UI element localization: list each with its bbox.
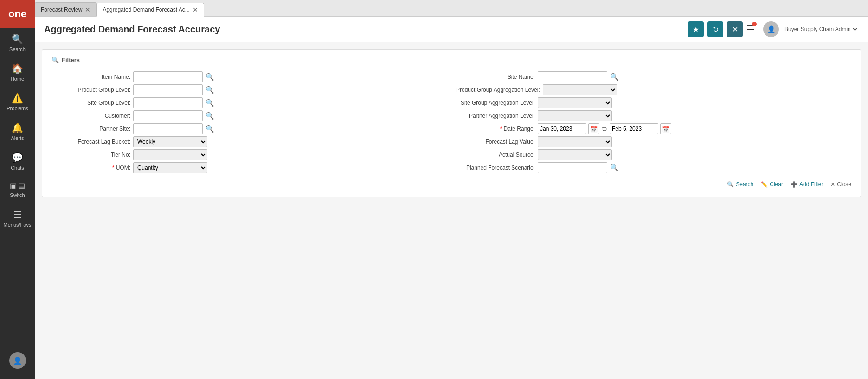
forecast-lag-value-label: Forecast Lag Value: (456, 139, 535, 145)
actual-source-select[interactable] (538, 149, 612, 160)
filter-row-customer: Customer: 🔍 (51, 109, 447, 122)
sidebar-item-switch[interactable]: ▣▤ Switch (0, 176, 35, 203)
search-action-label: Search (736, 181, 753, 188)
item-name-search-button[interactable]: 🔍 (206, 73, 214, 81)
site-name-search-button[interactable]: 🔍 (610, 73, 619, 81)
filter-row-product-group-level: Product Group Level: 🔍 (51, 83, 447, 96)
filter-left-col: Item Name: 🔍 Product Group Level: 🔍 Site… (51, 70, 447, 174)
sidebar-item-menus[interactable]: ☰ Menus/Favs (0, 203, 35, 233)
partner-site-input[interactable] (133, 123, 203, 134)
add-action-icon: ➕ (791, 181, 797, 188)
menu-button[interactable]: ☰ (746, 24, 755, 35)
partner-agg-select[interactable] (538, 110, 612, 121)
sidebar-item-home[interactable]: 🏠 Home (0, 57, 35, 87)
uom-select[interactable]: Quantity Weight (133, 162, 207, 173)
filter-search-icon: 🔍 (51, 57, 59, 63)
filter-row-forecast-lag-bucket: Forecast Lag Bucket: Weekly Daily Monthl… (51, 135, 447, 148)
date-to-calendar-button[interactable]: 📅 (660, 123, 671, 134)
site-group-level-search-button[interactable]: 🔍 (206, 99, 214, 107)
filter-row-forecast-lag-value: Forecast Lag Value: (456, 135, 851, 148)
item-name-input[interactable] (133, 71, 203, 82)
forecast-lag-bucket-select[interactable]: Weekly Daily Monthly (133, 136, 207, 147)
avatar: 👤 (9, 352, 26, 369)
tab-forecast-review[interactable]: Forecast Review ✕ (35, 2, 96, 16)
home-icon: 🏠 (12, 63, 23, 74)
sidebar-item-label: Search (9, 46, 26, 52)
tab-close-icon[interactable]: ✕ (193, 6, 198, 13)
customer-search-button[interactable]: 🔍 (206, 112, 214, 120)
date-from-calendar-button[interactable]: 📅 (588, 123, 599, 134)
search-icon: 🔍 (12, 33, 23, 44)
logo-text: one (8, 8, 26, 20)
sidebar-item-alerts[interactable]: 🔔 Alerts (0, 117, 35, 146)
product-group-level-label: Product Group Level: (51, 87, 130, 93)
page-title: Aggregated Demand Forecast Accuracy (44, 24, 688, 35)
filter-row-actual-source: Actual Source: (456, 148, 851, 161)
app-logo[interactable]: one (0, 0, 35, 28)
filter-row-partner-agg: Partner Aggregation Level: (456, 109, 851, 122)
tier-no-select[interactable] (133, 149, 207, 160)
forecast-lag-bucket-label: Forecast Lag Bucket: (51, 139, 130, 145)
sidebar-item-problems[interactable]: ⚠️ Problems (0, 87, 35, 117)
partner-agg-label: Partner Aggregation Level: (456, 113, 535, 119)
refresh-button[interactable]: ↻ (707, 21, 723, 37)
sidebar-item-label: Problems (6, 106, 28, 111)
planned-forecast-input[interactable] (538, 162, 607, 173)
partner-site-search-button[interactable]: 🔍 (206, 125, 214, 133)
favorite-button[interactable]: ★ (688, 21, 704, 37)
close-action-label: Close (837, 181, 851, 188)
tier-no-label: Tier No: (51, 152, 130, 158)
customer-input[interactable] (133, 110, 203, 121)
filter-row-item-name: Item Name: 🔍 (51, 70, 447, 83)
product-group-agg-label: Product Group Aggregation Level: (456, 87, 540, 93)
filter-clear-button[interactable]: ✏️ Clear (761, 181, 783, 188)
site-name-input[interactable] (538, 71, 607, 82)
filter-grid: Item Name: 🔍 Product Group Level: 🔍 Site… (51, 70, 851, 174)
user-section: 👤 Buyer Supply Chain Admin (763, 21, 859, 37)
filter-panel-title: Filters (62, 57, 80, 63)
site-group-agg-select[interactable]: Level1 (538, 97, 612, 108)
filter-row-site-name: Site Name: 🔍 (456, 70, 851, 83)
sidebar: one 🔍 Search 🏠 Home ⚠️ Problems 🔔 Alerts… (0, 0, 35, 379)
filter-search-button[interactable]: 🔍 Search (727, 181, 753, 188)
filter-actions: 🔍 Search ✏️ Clear ➕ Add Filter ✕ Close (51, 181, 851, 188)
sidebar-item-label: Alerts (11, 135, 24, 141)
clear-action-icon: ✏️ (761, 181, 768, 188)
site-group-level-input[interactable] (133, 97, 203, 108)
sidebar-item-label: Switch (10, 192, 25, 198)
date-to-input[interactable] (610, 123, 658, 134)
filter-row-product-group-agg: Product Group Aggregation Level: Level1 … (456, 83, 851, 96)
forecast-lag-value-select[interactable] (538, 136, 612, 147)
tab-close-icon[interactable]: ✕ (85, 6, 90, 13)
tab-aggregated-demand[interactable]: Aggregated Demand Forecast Ac... ✕ (96, 3, 204, 17)
close-page-button[interactable]: ✕ (727, 21, 743, 37)
filter-row-tier-no: Tier No: (51, 148, 447, 161)
filter-right-col: Site Name: 🔍 Product Group Aggregation L… (456, 70, 851, 174)
product-group-level-input[interactable] (133, 84, 203, 95)
sidebar-item-label: Chats (11, 165, 24, 171)
filter-panel: 🔍 Filters Item Name: 🔍 Product Group Lev… (42, 49, 861, 197)
uom-label: UOM: (51, 164, 130, 171)
notification-badge (752, 22, 757, 26)
sidebar-item-user[interactable]: 👤 (0, 347, 35, 374)
site-group-level-label: Site Group Level: (51, 100, 130, 106)
tab-label: Aggregated Demand Forecast Ac... (103, 6, 189, 13)
filter-row-site-group-agg: Site Group Aggregation Level: Level1 (456, 96, 851, 109)
header-bar: Aggregated Demand Forecast Accuracy ★ ↻ … (35, 17, 868, 42)
filter-add-button[interactable]: ➕ Add Filter (791, 181, 823, 188)
header-actions: ★ ↻ ✕ ☰ 👤 Buyer Supply Chain Admin (688, 21, 859, 37)
date-range-wrapper: 📅 to 📅 (538, 123, 671, 134)
user-role-select[interactable]: Buyer Supply Chain Admin (783, 25, 859, 33)
product-group-agg-select[interactable]: Level1 Level2 (543, 84, 617, 95)
sidebar-item-search[interactable]: 🔍 Search (0, 28, 35, 57)
product-group-level-search-button[interactable]: 🔍 (206, 86, 214, 94)
filter-close-button[interactable]: ✕ Close (830, 181, 851, 188)
tab-bar: Forecast Review ✕ Aggregated Demand Fore… (35, 0, 868, 17)
planned-forecast-search-button[interactable]: 🔍 (610, 164, 619, 172)
sidebar-item-label: Menus/Favs (4, 222, 32, 227)
date-from-input[interactable] (538, 123, 586, 134)
customer-label: Customer: (51, 113, 130, 119)
clear-action-label: Clear (770, 181, 783, 188)
sidebar-item-chats[interactable]: 💬 Chats (0, 146, 35, 176)
menu-icon: ☰ (13, 209, 22, 220)
